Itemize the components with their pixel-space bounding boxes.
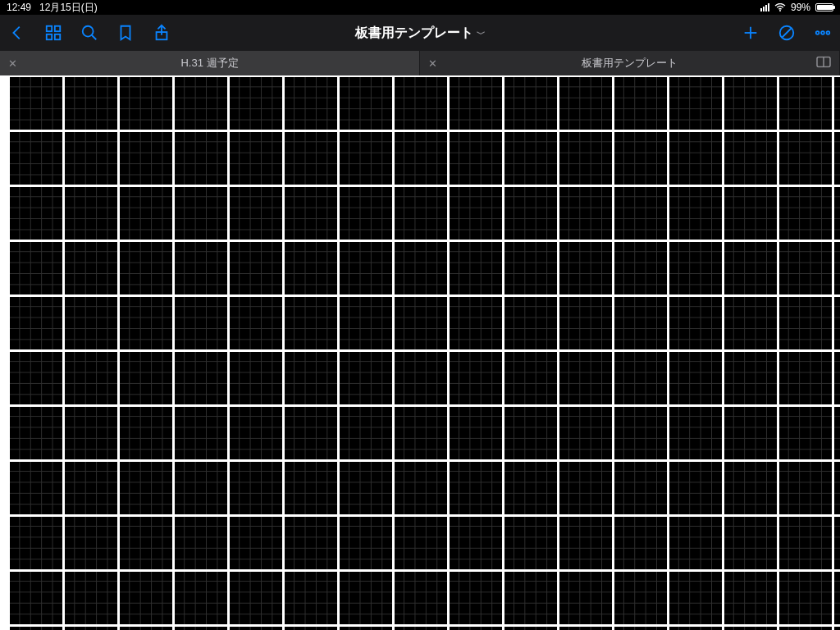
wifi-icon [774,3,786,11]
svg-line-6 [92,35,97,40]
svg-line-11 [783,29,792,38]
add-button[interactable] [742,24,760,42]
grid-view-button[interactable] [44,24,62,42]
page-left-margin [0,75,8,630]
date: 12月15日(日) [39,1,98,15]
grid-major [8,75,840,630]
back-button[interactable] [8,24,26,42]
eraser-button[interactable] [778,24,796,42]
tab-label: H.31 週予定 [180,56,238,71]
battery-percent: 99% [791,2,810,13]
svg-point-12 [816,31,819,34]
svg-rect-4 [55,34,60,39]
tab-bar: ✕ H.31 週予定 ✕ 板書用テンプレート [0,51,840,75]
tab-0[interactable]: ✕ H.31 週予定 [0,51,420,75]
status-bar: 12:49 12月15日(日) 99% [0,0,840,15]
svg-point-13 [821,31,824,34]
more-button[interactable] [814,24,832,42]
svg-rect-1 [47,26,52,31]
svg-point-14 [827,31,830,34]
document-canvas[interactable] [0,75,840,630]
toolbar: 板書用テンプレート﹀ [0,15,840,51]
svg-rect-3 [47,34,52,39]
svg-point-5 [83,26,94,37]
close-icon[interactable]: ✕ [428,57,437,70]
page[interactable] [8,75,840,630]
tab-label: 板書用テンプレート [582,56,678,71]
share-button[interactable] [153,24,171,42]
svg-rect-2 [55,26,60,31]
tab-1[interactable]: ✕ 板書用テンプレート [420,51,840,75]
svg-point-0 [779,10,781,11]
bookmark-button[interactable] [116,24,135,42]
search-button[interactable] [80,24,98,42]
close-icon[interactable]: ✕ [8,57,17,70]
status-left: 12:49 12月15日(日) [7,1,98,15]
chevron-down-icon: ﹀ [477,29,486,39]
cellular-icon [760,3,769,11]
split-view-icon[interactable] [816,57,831,71]
status-right: 99% [760,2,833,13]
document-title-text: 板書用テンプレート [355,25,473,39]
battery-icon [815,3,833,11]
clock: 12:49 [7,2,31,13]
